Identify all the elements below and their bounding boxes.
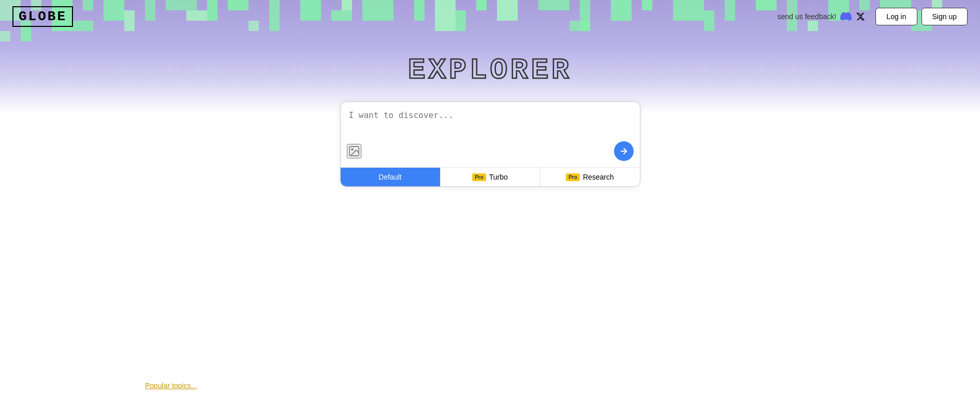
feedback-label: send us feedback!	[778, 12, 837, 21]
search-toolbar	[341, 137, 640, 167]
image-upload-button[interactable]	[347, 144, 361, 158]
x-social-icon[interactable]	[856, 12, 865, 21]
auth-buttons: Log in Sign up	[875, 8, 968, 25]
tab-research-label: Research	[583, 173, 614, 181]
mode-tabs: Default Pro Turbo Pro Research	[341, 167, 640, 186]
tab-turbo-label: Turbo	[489, 173, 508, 181]
tab-research-pro-badge: Pro	[566, 173, 580, 181]
svg-point-1	[352, 149, 353, 150]
search-container: Default Pro Turbo Pro Research	[340, 101, 640, 187]
tab-turbo-pro-badge: Pro	[472, 173, 486, 181]
search-submit-button[interactable]	[614, 141, 634, 161]
signup-button[interactable]: Sign up	[922, 8, 968, 25]
popular-topics[interactable]: Popular topics...	[145, 381, 197, 390]
tab-default[interactable]: Default	[341, 168, 441, 186]
login-button[interactable]: Log in	[875, 8, 917, 25]
main-content: EXPLORER Default	[0, 33, 980, 187]
tab-default-label: Default	[378, 173, 401, 181]
discord-icon[interactable]	[840, 11, 852, 22]
tab-research[interactable]: Pro Research	[540, 168, 640, 186]
explorer-title: EXPLORER	[408, 54, 572, 87]
hero-title: EXPLORER	[408, 54, 572, 87]
header: GLOBE send us feedback! Log in Sign up	[0, 0, 980, 33]
search-input-area	[341, 102, 640, 137]
header-right: send us feedback! Log in Sign up	[778, 8, 968, 25]
logo: GLOBE	[12, 6, 73, 27]
tab-turbo[interactable]: Pro Turbo	[441, 168, 540, 186]
feedback-text: send us feedback!	[778, 11, 866, 22]
search-input[interactable]	[349, 110, 632, 131]
popular-topics-label[interactable]: Popular topics...	[145, 381, 197, 390]
